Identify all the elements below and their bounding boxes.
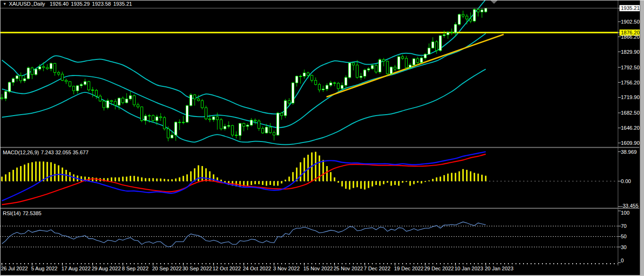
candle-body xyxy=(194,95,196,99)
rsi-value: 72.5385 xyxy=(23,210,42,216)
candle-body xyxy=(243,124,245,126)
candle-body xyxy=(50,63,52,68)
candle-body xyxy=(341,85,343,89)
candle-body xyxy=(424,54,427,58)
candle-body xyxy=(443,35,446,36)
candle-body xyxy=(1,98,3,99)
candle-body xyxy=(129,96,132,99)
macd-name: MACD(12,26,9) xyxy=(3,150,39,155)
ohlc-high: 1935.29 xyxy=(71,1,90,7)
candle-body xyxy=(61,74,64,80)
candle-body xyxy=(103,101,105,108)
candle-body xyxy=(247,125,249,126)
candle-body xyxy=(201,100,204,108)
ohlc-open: 1926.40 xyxy=(50,1,69,7)
svg-text:1682.50: 1682.50 xyxy=(621,110,640,116)
candle-body xyxy=(69,82,71,86)
candle-body xyxy=(186,106,189,122)
candle-body xyxy=(220,120,223,129)
candle-body xyxy=(216,117,219,120)
candle-body xyxy=(239,124,241,135)
candle-body xyxy=(337,83,340,88)
svg-text:1866.20: 1866.20 xyxy=(621,34,640,40)
candle-body xyxy=(300,76,302,77)
candle-body xyxy=(266,127,268,133)
candle-body xyxy=(413,59,415,65)
candle-body xyxy=(9,83,11,92)
candle-body xyxy=(390,67,393,74)
candle-body xyxy=(334,83,336,84)
svg-text:20 Sep 2022: 20 Sep 2022 xyxy=(152,266,181,271)
candle-body xyxy=(156,117,158,121)
svg-text:1829.90: 1829.90 xyxy=(621,49,640,55)
svg-text:1756.20: 1756.20 xyxy=(621,80,640,85)
candle-body xyxy=(107,100,109,108)
svg-text:10 Jan 2023: 10 Jan 2023 xyxy=(455,266,483,271)
candle-body xyxy=(46,67,49,69)
svg-text:1935.21: 1935.21 xyxy=(621,5,640,11)
candle-body xyxy=(77,86,79,91)
candle-body xyxy=(126,99,128,103)
candle-body xyxy=(296,76,298,83)
svg-text:20 Jan 2023: 20 Jan 2023 xyxy=(485,266,514,271)
candle-body xyxy=(360,76,362,78)
svg-text:29 Aug 2022: 29 Aug 2022 xyxy=(92,266,121,271)
candle-body xyxy=(35,69,37,75)
candle-body xyxy=(326,85,328,89)
symbol-dropdown-icon[interactable]: ▼ xyxy=(3,2,7,6)
svg-text:50: 50 xyxy=(621,234,627,239)
candle-body xyxy=(5,92,7,99)
candle-body xyxy=(383,59,385,61)
symbol-period-label: XAUUSD.,Daily xyxy=(9,1,45,7)
svg-text:19 Dec 2022: 19 Dec 2022 xyxy=(394,266,423,271)
candle-body xyxy=(439,35,442,50)
candle-body xyxy=(179,122,181,123)
candle-body xyxy=(458,15,461,25)
candle-body xyxy=(12,79,15,83)
candle-body xyxy=(114,101,117,105)
candle-body xyxy=(451,32,453,33)
candle-body xyxy=(447,32,449,34)
candle-body xyxy=(364,70,366,76)
candle-body xyxy=(311,75,313,81)
candle-body xyxy=(379,59,381,72)
candle-body xyxy=(232,125,234,135)
svg-text:1609.90: 1609.90 xyxy=(621,140,640,146)
svg-text:70: 70 xyxy=(621,223,627,229)
candle-body xyxy=(95,90,98,96)
candle-body xyxy=(428,48,430,54)
candle-body xyxy=(182,122,185,123)
candle-body xyxy=(398,57,400,69)
candle-body xyxy=(284,100,287,116)
candle-body xyxy=(250,120,253,125)
svg-text:24 Oct 2022: 24 Oct 2022 xyxy=(243,266,271,271)
macd-indicator-label: MACD(12,26,9)7.243 32.055 35.677 xyxy=(3,150,90,155)
candle-body xyxy=(303,73,306,76)
candle-body xyxy=(281,113,283,116)
window-top-border xyxy=(0,0,644,0)
svg-text:0: 0 xyxy=(621,258,624,263)
candle-body xyxy=(20,76,22,81)
candle-body xyxy=(254,120,257,121)
svg-text:1719.90: 1719.90 xyxy=(621,94,640,100)
chart-window: 1935.211902.501876.201866.201829.901792.… xyxy=(0,0,644,276)
svg-text:12 Oct 2022: 12 Oct 2022 xyxy=(213,266,241,271)
candle-body xyxy=(80,84,83,86)
candle-body xyxy=(65,80,68,82)
svg-text:1646.20: 1646.20 xyxy=(621,125,640,131)
ohlc-close: 1935.21 xyxy=(113,1,132,7)
candle-body xyxy=(409,65,412,67)
svg-text:17 Aug 2022: 17 Aug 2022 xyxy=(61,266,91,271)
candle-body xyxy=(27,68,30,79)
candle-body xyxy=(58,73,60,75)
candle-body xyxy=(92,90,94,90)
svg-text:15 Nov 2022: 15 Nov 2022 xyxy=(303,266,333,271)
trading-chart-canvas[interactable]: 1935.211902.501876.201866.201829.901792.… xyxy=(0,0,644,276)
candle-body xyxy=(470,19,472,21)
candle-body xyxy=(141,107,143,121)
candle-body xyxy=(88,82,90,90)
candle-body xyxy=(160,117,162,118)
candle-body xyxy=(394,67,396,69)
candle-body xyxy=(421,58,423,63)
candle-body xyxy=(73,86,75,91)
